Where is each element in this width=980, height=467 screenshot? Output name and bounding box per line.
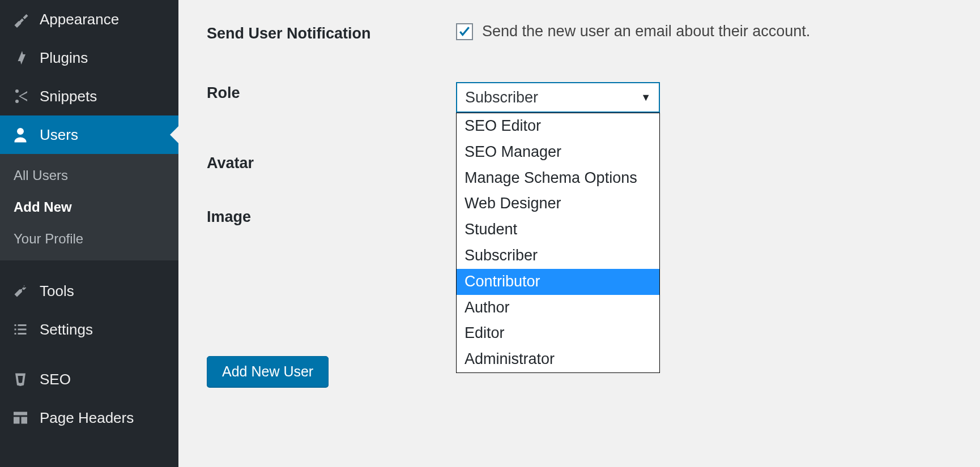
label-role: Role [207,82,456,102]
plugins-icon [11,49,29,67]
seo-icon [11,370,29,388]
sidebar-item-page-headers[interactable]: Page Headers [0,399,178,437]
sidebar-label: Tools [40,282,167,300]
sidebar-item-tools[interactable]: Tools [0,272,178,310]
submenu-add-new[interactable]: Add New [0,191,178,223]
tools-icon [11,282,29,300]
page-headers-icon [11,409,29,427]
users-icon [11,126,29,144]
sidebar-item-users[interactable]: Users [0,115,178,154]
settings-icon [11,320,29,339]
sidebar-label: SEO [40,371,167,388]
appearance-icon [11,10,29,28]
notification-checkbox-wrap[interactable]: Send the new user an email about their a… [456,23,952,40]
sidebar-label: Plugins [40,49,167,67]
label-image: Image [207,206,456,226]
role-option[interactable]: Web Designer [457,191,659,217]
role-option[interactable]: Author [457,295,659,321]
sidebar-label: Snippets [40,88,167,105]
sidebar-label: Users [40,126,167,144]
label-avatar: Avatar [207,152,456,172]
row-role: Role Subscriber ▼ SEO Editor SEO Manager… [207,82,952,113]
notification-checkbox[interactable] [456,23,473,40]
role-option-highlighted[interactable]: Contributor [457,269,659,295]
sidebar-label: Settings [40,321,167,339]
sidebar-item-plugins[interactable]: Plugins [0,38,178,77]
row-notification: Send User Notification Send the new user… [207,23,952,42]
admin-sidebar: Appearance Plugins Snippets Users All Us… [0,0,178,467]
submenu-all-users[interactable]: All Users [0,160,178,191]
role-select-wrap: Subscriber ▼ SEO Editor SEO Manager Mana… [456,82,660,113]
role-option[interactable]: SEO Manager [457,139,659,165]
chevron-down-icon: ▼ [641,92,651,104]
submenu-your-profile[interactable]: Your Profile [0,223,178,255]
sidebar-submenu-users: All Users Add New Your Profile [0,154,178,260]
label-notification: Send User Notification [207,23,456,42]
sidebar-item-snippets[interactable]: Snippets [0,77,178,115]
sidebar-item-settings[interactable]: Settings [0,310,178,349]
notification-text: Send the new user an email about their a… [482,23,810,40]
role-option[interactable]: Subscriber [457,243,659,269]
role-option[interactable]: Editor [457,320,659,346]
role-option[interactable]: SEO Editor [457,113,659,139]
snippets-icon [11,87,29,105]
sidebar-item-appearance[interactable]: Appearance [0,0,178,38]
role-option[interactable]: Administrator [457,346,659,372]
sidebar-item-seo[interactable]: SEO [0,360,178,399]
add-new-user-button[interactable]: Add New User [207,356,329,387]
role-select[interactable]: Subscriber ▼ [456,82,660,113]
role-option[interactable]: Manage Schema Options [457,165,659,191]
role-selected-value: Subscriber [465,89,538,106]
role-dropdown: SEO Editor SEO Manager Manage Schema Opt… [456,113,660,373]
sidebar-label: Appearance [40,11,167,28]
check-icon [458,25,471,38]
role-option[interactable]: Student [457,217,659,243]
main-content: Send User Notification Send the new user… [178,0,980,467]
sidebar-label: Page Headers [40,409,167,427]
